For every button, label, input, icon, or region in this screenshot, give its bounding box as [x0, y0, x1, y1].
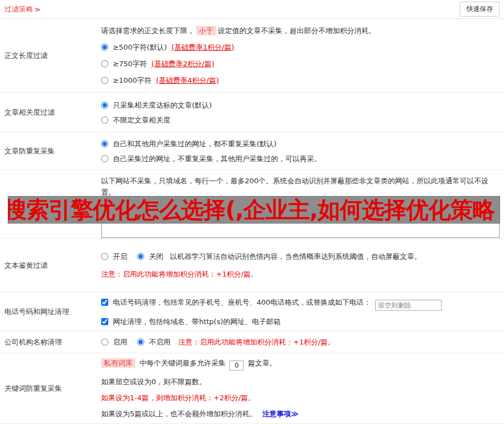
company-cleanup-note: 注意：启用此功能将增加积分消耗：+1积分/篇。 [179, 338, 335, 346]
chevron-down-icon: ≫ [291, 410, 298, 418]
radio-option-500[interactable]: ≥500字符(默认) (基础费率1积分/篇) [101, 43, 500, 52]
radio-option-any-relevance[interactable]: 不限定文章相关度 [101, 115, 500, 125]
company-cleanup-options: 启用 不启用 注意：启用此功能将增加积分消耗：+1积分/篇。 [101, 337, 500, 347]
row-label: 文章防重复采集 [0, 132, 97, 169]
body-length-intro: 请选择需求的正文长度下限，小于设定值的文章不采集，超出部分不增加积分消耗。 [101, 26, 500, 35]
radio-porn-on[interactable] [101, 253, 108, 260]
notes-link[interactable]: 注意事项≫ [262, 410, 298, 418]
rate-note: (基础费率1积分/篇) [171, 43, 234, 51]
top-bar: 过滤策略≫ 快速保存 [0, 0, 504, 19]
porn-filter-note: 注意：启用此功能将增加积分消耗：+1积分/篇。 [101, 269, 500, 279]
checkbox-phone-cleanup[interactable]: 电话号码清理，包括常见的手机号、座机号、400电话格式，或替换成如下电话： [101, 298, 500, 311]
row-label: 文本鉴黄过滤 [0, 239, 97, 292]
radio-option-relevant[interactable]: 只采集相关度达标的文章(默认) [101, 100, 500, 110]
radio-dedupe-all-users[interactable] [101, 140, 108, 147]
row-keyword-anti-duplicate: 关键词防重复采集 私有词库 中每个关键词最多允许采集 篇文章。 如果留空或设为0… [0, 353, 504, 424]
row-porn-filter: 文本鉴黄过滤 开启 关闭 以机器学习算法自动识别色情内容，当色情概率达到系统阈值… [0, 239, 504, 293]
row-label: 公司机构名称清理 [0, 331, 97, 353]
keyword-note-cost: 如果设为1-4篇，则增加积分消耗：+2积分/篇。 [101, 393, 500, 402]
radio-company-enable[interactable] [101, 338, 108, 346]
radio-option-dedupe-all[interactable]: 自己和其他用户采集过的网址，都不重复采集(默认) [101, 139, 500, 149]
radio-500-chars[interactable] [101, 44, 108, 51]
phone-cleanup-checkbox[interactable] [101, 299, 108, 306]
radio-1000-chars[interactable] [101, 77, 108, 84]
row-anti-duplicate: 文章防重复采集 自己和其他用户采集过的网址，都不重复采集(默认) 自己采集过的网… [0, 132, 504, 170]
row-label: 电话号码和网址清理 [0, 293, 97, 331]
row-label: 文章相关度过滤 [0, 93, 97, 132]
radio-porn-off[interactable] [137, 253, 144, 260]
row-label: 正文长度过滤 [0, 19, 97, 92]
quick-save-button[interactable]: 快速保存 [460, 2, 500, 17]
porn-filter-description: 以机器学习算法自动识别色情内容，当色情概率达到系统阈值，自动屏蔽文章。 [170, 252, 422, 261]
radio-option-dedupe-self[interactable]: 自己采集过的网址，不重复采集，其他用户采集过的，可以再采。 [101, 154, 500, 163]
porn-filter-options: 开启 关闭 以机器学习算法自动识别色情内容，当色情概率达到系统阈值，自动屏蔽文章… [101, 252, 500, 261]
url-cleanup-checkbox[interactable] [101, 318, 108, 325]
row-company-name-cleanup: 公司机构名称清理 启用 不启用 注意：启用此功能将增加积分消耗：+1积分/篇。 [0, 331, 504, 353]
less-than-highlight: 小于 [196, 26, 216, 35]
rate-note: (基础费率4积分/篇) [156, 76, 219, 84]
keyword-count-input[interactable] [229, 361, 244, 370]
row-site-blacklist: 以下网站不采集，只填域名，每行一个，最多200个。系统会自动识别并屏蔽那些非文章… [0, 170, 504, 239]
radio-option-close[interactable]: 关闭 [137, 252, 165, 261]
blacklist-textarea[interactable] [101, 199, 500, 238]
radio-option-750[interactable]: ≥750字符 (基础费率2积分/篇) [101, 59, 500, 68]
replacement-phone-input[interactable] [375, 300, 442, 311]
private-lexicon-highlight: 私有词库 [101, 358, 135, 368]
radio-option-open[interactable]: 开启 [101, 252, 129, 261]
keyword-note-unlimited: 如果留空或设为0，则不限篇数。 [101, 377, 500, 386]
row-phone-url-cleanup: 电话号码和网址清理 电话号码清理，包括常见的手机号、座机号、400电话格式，或替… [0, 293, 504, 331]
row-body-length-filter: 正文长度过滤 请选择需求的正文长度下限，小于设定值的文章不采集，超出部分不增加积… [0, 19, 504, 93]
checkbox-url-cleanup[interactable]: 网址清理，包括纯域名、带http(s)的网址、电子邮箱 [101, 317, 500, 326]
radio-dedupe-self-only[interactable] [101, 155, 108, 162]
radio-option-enable[interactable]: 启用 [101, 338, 129, 346]
row-relevance-filter: 文章相关度过滤 只采集相关度达标的文章(默认) 不限定文章相关度 [0, 93, 504, 132]
filter-strategy-title[interactable]: 过滤策略≫ [4, 4, 41, 14]
keyword-limit-line: 私有词库 中每个关键词最多允许采集 篇文章。 [101, 358, 500, 370]
radio-750-chars[interactable] [101, 60, 108, 67]
radio-no-limit[interactable] [101, 116, 108, 124]
chevron-down-icon: ≫ [34, 6, 41, 13]
blacklist-description: 以下网站不采集，只填域名，每行一个，最多200个。系统会自动识别并屏蔽那些非文章… [101, 175, 500, 198]
page-title: 过滤策略 [4, 5, 33, 13]
row-label [0, 170, 97, 238]
keyword-note-five-plus: 如果设为5篇或以上，也不会额外增加积分消耗。 注意事项≫ [101, 409, 500, 418]
radio-relevant-only[interactable] [101, 102, 108, 109]
radio-company-disable[interactable] [137, 338, 144, 346]
row-label: 关键词防重复采集 [0, 353, 97, 423]
radio-option-disable[interactable]: 不启用 [137, 338, 172, 346]
radio-option-1000[interactable]: ≥1000字符 (基础费率4积分/篇) [101, 76, 500, 85]
rate-note: (基础费率2积分/篇) [151, 60, 214, 68]
